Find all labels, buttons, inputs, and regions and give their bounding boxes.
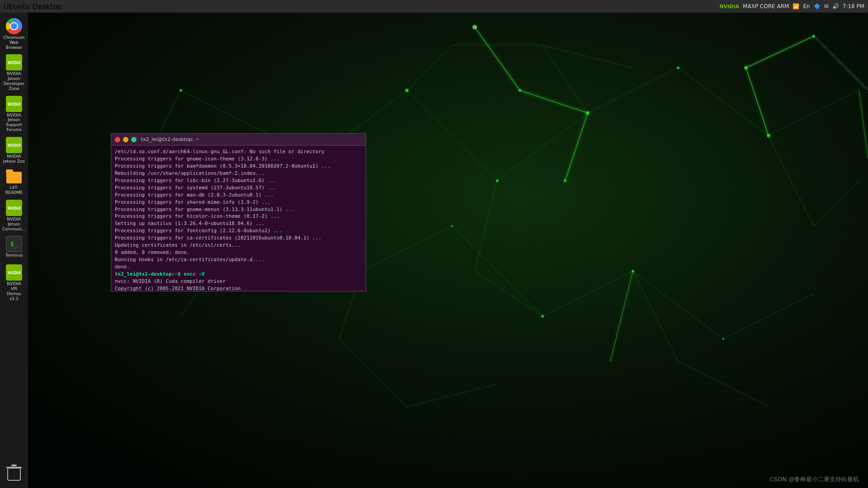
mail-icon: ✉ (824, 3, 829, 9)
nvidia-logo-icon: NVIDIA (720, 4, 740, 9)
sidebar-item-terminal[interactable]: $_ Terminal (1, 234, 27, 260)
sidebar-item-nvidia-communi[interactable]: NVIDIA NVIDIA Jetson Communi... (1, 198, 27, 233)
terminal-line-19: Copyright (c) 2005-2021 NVIDIA Corporati… (115, 285, 362, 291)
svg-point-45 (767, 134, 770, 137)
terminal-title-text: tx2_lei@tx2-desktop: ~ (141, 136, 199, 142)
terminal-line-11: Processing triggers for fontconfig (2.12… (115, 227, 362, 235)
watermark-text: CSDN @鲁棒最小二乘支持向量机 (770, 475, 859, 483)
svg-point-42 (496, 179, 499, 182)
terminal-line-10: Setting up nautilus (1:3.26.4-0~ubuntu18… (115, 220, 362, 227)
svg-point-55 (744, 66, 748, 70)
svg-point-44 (677, 66, 679, 69)
desktop: Ubuntu Desktop NVIDIA MAXP CORE ARM 📶 En… (0, 0, 868, 488)
terminal-line-7: Processing triggers for shared-mime-info… (115, 199, 362, 206)
terminal-line-12: Processing triggers for ca-certificates … (115, 235, 362, 242)
sidebar-dock: Chromium Web Browser NVIDIA NVIDIA Jetso… (0, 13, 28, 488)
bluetooth-icon: 🔷 (814, 3, 821, 9)
sidebar-item-chromium[interactable]: Chromium Web Browser (1, 16, 27, 52)
terminal-line-13: Updating certificates in /etc/ssl/certs.… (115, 242, 362, 249)
sidebar-label-chromium: Chromium Web Browser (4, 35, 25, 50)
svg-text:NVIDIA: NVIDIA (8, 271, 20, 275)
sidebar-label-jetson-support: NVIDIA Jetson Support Forums (6, 113, 22, 132)
terminal-line-4: Processing triggers for libc-bin (2.27-3… (115, 177, 362, 184)
sidebar-item-jetson-dev[interactable]: NVIDIA NVIDIA Jetson Developer Zone (1, 52, 27, 93)
terminal-line-14: 0 added, 0 removed; done. (115, 249, 362, 256)
topbar-time: 7:18 PM (843, 3, 864, 9)
svg-text:NVIDIA: NVIDIA (8, 206, 20, 211)
chromium-icon (6, 18, 22, 34)
sidebar-item-l4t-readme[interactable]: L4T- README (1, 166, 27, 197)
svg-point-48 (451, 225, 453, 227)
svg-point-54 (564, 179, 566, 182)
volume-icon: 🔊 (832, 3, 839, 9)
svg-point-41 (405, 89, 409, 92)
terminal-line-0: /etc/ld.so.conf.d/aarch64-linux-gnu_GL.c… (115, 148, 362, 155)
svg-text:NVIDIA: NVIDIA (8, 61, 20, 65)
terminal-window[interactable]: tx2_lei@tx2-desktop: ~ /etc/ld.so.conf.d… (111, 133, 366, 291)
terminal-content[interactable]: /etc/ld.so.conf.d/aarch64-linux-gnu_GL.c… (111, 145, 366, 291)
terminal-titlebar: tx2_lei@tx2-desktop: ~ (111, 134, 366, 145)
sidebar-label-jetson-zoo: NVIDIA Jetson Zoo (3, 154, 25, 164)
terminal-line-9: Processing triggers for hicolor-icon-the… (115, 213, 362, 220)
wifi-icon: 📶 (793, 3, 799, 9)
window-maximize-button[interactable] (131, 137, 137, 142)
svg-point-43 (586, 111, 590, 115)
topbar-title: Ubuntu Desktop (4, 2, 62, 11)
sidebar-item-trash[interactable] (1, 463, 27, 483)
nvidia-support-icon: NVIDIA (6, 96, 22, 112)
terminal-line-18: nvcc: NVIDIA (R) Cuda compiler driver (115, 278, 362, 285)
topbar: Ubuntu Desktop NVIDIA MAXP CORE ARM 📶 En… (0, 0, 868, 13)
terminal-line-5: Processing triggers for systemd (237-3ub… (115, 184, 362, 192)
sidebar-label-terminal: Terminal (5, 253, 23, 258)
nvidia-zoo-icon: NVIDIA (6, 137, 22, 153)
sidebar-label-nvidia-communi: NVIDIA Jetson Communi... (2, 217, 26, 231)
sidebar-label-l4t: L4T- README (5, 185, 23, 195)
sidebar-label-jetson-dev: NVIDIA Jetson Developer Zone (4, 71, 24, 91)
terminal-line-6: Processing triggers for man-db (2.8.3-2u… (115, 192, 362, 199)
sidebar-item-vpi-demos[interactable]: NVIDIA NVIDIA VPI Demos v1.2 (1, 263, 27, 303)
svg-point-39 (179, 89, 182, 92)
sidebar-label-vpi-demos: NVIDIA VPI Demos v1.2 (7, 282, 21, 301)
window-close-button[interactable] (115, 137, 120, 142)
nvidia-dev-icon: NVIDIA (6, 54, 22, 70)
lang-indicator: En (803, 3, 810, 9)
svg-point-53 (519, 89, 521, 92)
terminal-prompt-1: tx2_lei@tx2-desktop:~$ nvcc -V (115, 271, 362, 278)
sidebar-item-jetson-support[interactable]: NVIDIA NVIDIA Jetson Support Forums (1, 94, 27, 134)
nvidia-vpi-icon: NVIDIA (6, 264, 22, 281)
terminal-line-16: done. (115, 263, 362, 271)
terminal-line-15: Running hooks in /etc/ca-certificates/up… (115, 256, 362, 263)
svg-point-52 (472, 25, 477, 29)
terminal-line-2: Processing triggers for bamfdaemon (0.5.… (115, 163, 362, 170)
svg-point-51 (722, 338, 724, 340)
trash-icon-graphic (6, 465, 22, 481)
terminal-line-8: Processing triggers for gnome-menus (3.1… (115, 206, 362, 213)
terminal-line-1: Processing triggers for gnome-icon-theme… (115, 155, 362, 163)
svg-point-56 (812, 35, 815, 38)
svg-text:NVIDIA: NVIDIA (8, 144, 20, 148)
sidebar-item-jetson-zoo[interactable]: NVIDIA NVIDIA Jetson Zoo (1, 135, 27, 166)
window-minimize-button[interactable] (123, 137, 128, 142)
folder-icon (6, 168, 22, 184)
svg-point-50 (632, 270, 634, 272)
terminal-line-3: Rebuilding /usr/share/applications/bamf-… (115, 170, 362, 177)
topbar-nvidia-label: MAXP CORE ARM (743, 3, 789, 9)
terminal-dock-icon: $_ (6, 236, 22, 252)
svg-text:NVIDIA: NVIDIA (8, 103, 20, 107)
nvidia-communi-icon: NVIDIA (6, 200, 22, 216)
svg-point-49 (541, 315, 544, 318)
topbar-right: NVIDIA MAXP CORE ARM 📶 En 🔷 ✉ 🔊 7:18 PM (720, 3, 864, 9)
